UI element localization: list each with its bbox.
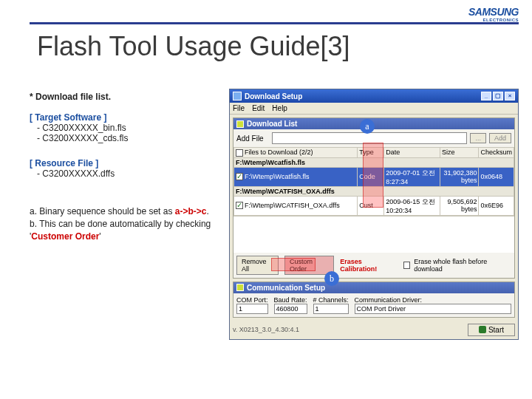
menu-edit[interactable]: Edit [252, 104, 265, 112]
browse-button[interactable]: ... [470, 133, 486, 143]
col-checksum[interactable]: Checksum [479, 148, 514, 158]
minimize-button[interactable]: _ [481, 92, 491, 100]
titlebar[interactable]: Download Setup _ ▢ × [230, 89, 518, 103]
header-rule [30, 22, 519, 24]
play-icon [479, 326, 486, 333]
checkbox-icon[interactable] [236, 202, 243, 209]
baud-rate-select[interactable]: 460800 [274, 304, 307, 314]
download-list-panel: Download List Add File ... Add Files to … [233, 117, 515, 279]
version-label: v. X0213_3.0_4.30:4.1 [233, 326, 299, 333]
com-port-field: COM Port: 1 [236, 296, 268, 314]
col-file[interactable]: Files to Download (2/2) [234, 148, 358, 158]
resource-file-label: [ Resource File ] [30, 158, 222, 168]
remove-all-button[interactable]: Remove All [236, 256, 279, 275]
col-type[interactable]: Type [358, 148, 384, 158]
add-file-label: Add File [236, 134, 269, 143]
start-button[interactable]: Start [468, 324, 515, 336]
communication-setup-panel: Communication Setup COM Port: 1 Baud Rat… [233, 282, 515, 318]
checkbox-icon [403, 262, 411, 269]
add-file-row: Add File ... Add [233, 129, 514, 147]
channels-select[interactable]: 1 [313, 304, 349, 314]
download-list-footer: Remove All Custom Order Erases Calibrati… [233, 253, 514, 278]
table-empty-area [233, 216, 514, 253]
left-column: * Download file list. [ Target Software … [30, 92, 222, 242]
target-item: - C3200XXXXX_bin.fls [37, 123, 222, 133]
checkbox-icon[interactable] [236, 149, 243, 157]
brand-text: SAMSUNG [468, 6, 519, 18]
erase-whole-flash-checkbox[interactable]: Erase whole flash before download [403, 258, 511, 273]
checkbox-icon[interactable] [236, 173, 243, 180]
table-row[interactable]: F:\Wtemp\Wcatfish.fls Code 2009-07-01 오전… [234, 167, 514, 186]
target-software-label: [ Target Software ] [30, 112, 222, 123]
window-title: Download Setup [245, 92, 302, 100]
com-port-select[interactable]: 1 [236, 304, 268, 314]
col-date[interactable]: Date [384, 148, 440, 158]
erases-calibration-warning: Erases Calibration! [340, 258, 397, 273]
resource-item: - C3200XXXXX.dffs [37, 168, 222, 179]
comm-icon [236, 284, 244, 291]
callout-b: b [324, 271, 339, 286]
files-table: Files to Download (2/2) Type Date Size C… [233, 147, 514, 216]
target-item: - C3200XXXXX_cds.fls [37, 133, 222, 143]
add-file-input[interactable] [272, 132, 467, 144]
left-header: * Download file list. [30, 92, 222, 102]
col-size[interactable]: Size [440, 148, 479, 158]
driver-field: Communication Driver: COM Port Driver [355, 296, 511, 314]
maximize-button[interactable]: ▢ [493, 92, 503, 100]
menubar: File Edit Help [230, 103, 518, 115]
table-row[interactable]: F:\Wtemp\WCATFISH_OXA.dffs Cust 2009-06-… [234, 196, 514, 215]
download-icon [236, 120, 244, 128]
note-a: a. Binary sequence should be set as a->b… [30, 205, 222, 218]
baud-rate-field: Baud Rate: 460800 [274, 296, 307, 314]
download-setup-window: Download Setup _ ▢ × File Edit Help Down… [229, 89, 519, 340]
notes-block: a. Binary sequence should be set as a->b… [30, 205, 222, 242]
brand-logo: SAMSUNG ELECTRONICS [468, 6, 519, 22]
table-row: F:\Wtemp\WCATFISH_OXA.dffs [234, 186, 514, 196]
page-title: Flash Tool Usage Guide[3] [37, 31, 350, 62]
app-icon [233, 92, 242, 100]
driver-select[interactable]: COM Port Driver [355, 304, 511, 314]
communication-setup-header: Communication Setup [233, 282, 514, 293]
custom-order-button[interactable]: Custom Order [284, 256, 334, 275]
channels-field: # Channels: 1 [313, 296, 349, 314]
note-b: b. This can be done automatically by che… [30, 218, 222, 243]
table-row: F:\Wtemp\Wcatfish.fls [234, 157, 514, 167]
close-button[interactable]: × [505, 92, 515, 100]
menu-file[interactable]: File [233, 104, 245, 112]
window-footer: v. X0213_3.0_4.30:4.1 Start [230, 321, 518, 339]
callout-a: a [360, 119, 375, 134]
add-button[interactable]: Add [489, 133, 511, 143]
menu-help[interactable]: Help [272, 104, 287, 112]
